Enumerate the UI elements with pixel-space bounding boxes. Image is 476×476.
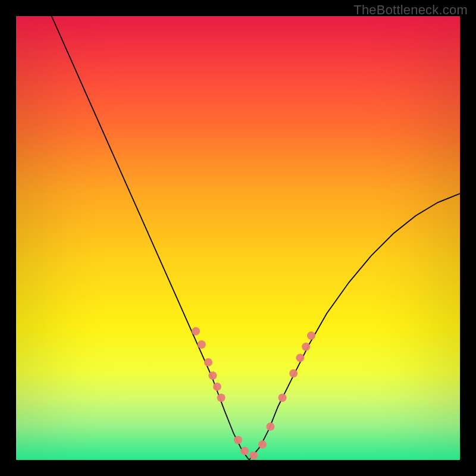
marker-dot	[302, 343, 310, 351]
marker-dot	[266, 422, 274, 431]
marker-dot	[208, 371, 217, 380]
marker-dot	[204, 358, 212, 367]
marker-group	[192, 327, 315, 460]
marker-dot	[278, 394, 287, 402]
watermark-text: TheBottleneck.com	[353, 2, 468, 18]
marker-dot	[217, 394, 226, 402]
marker-dot	[198, 340, 206, 349]
chart-frame: TheBottleneck.com	[0, 0, 476, 476]
marker-dot	[192, 327, 200, 336]
marker-dot	[307, 331, 315, 340]
marker-dot	[213, 383, 221, 391]
left-curve	[52, 16, 249, 460]
marker-dot	[249, 452, 258, 460]
marker-dot	[240, 447, 249, 455]
marker-dot	[258, 440, 267, 449]
marker-dot	[289, 369, 298, 378]
marker-dot	[296, 353, 304, 362]
chart-svg	[16, 16, 460, 460]
plot-area	[16, 16, 460, 460]
marker-dot	[234, 436, 242, 444]
right-curve	[249, 193, 460, 460]
